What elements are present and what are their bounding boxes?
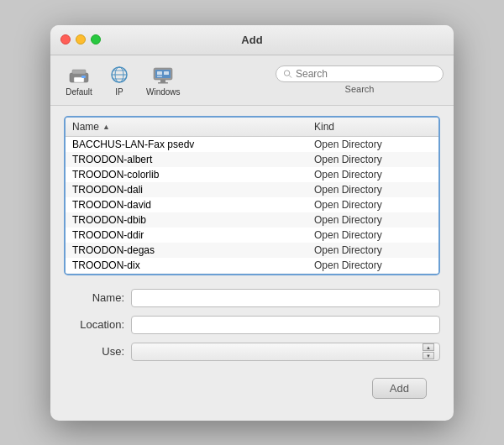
table-row-name: TROODON-degas: [72, 244, 314, 256]
table-body: BACCHUS-LAN-Fax psedv Open Directory TRO…: [66, 137, 438, 275]
table-row-kind: Open Directory: [314, 169, 432, 181]
use-label: Use:: [64, 345, 131, 358]
svg-rect-1: [72, 70, 86, 74]
svg-line-17: [289, 76, 291, 78]
search-area: Search: [276, 65, 444, 94]
svg-rect-12: [158, 82, 168, 84]
stepper-down[interactable]: [423, 352, 434, 359]
table-row[interactable]: TROODON-degas Open Directory: [66, 243, 438, 258]
table-row[interactable]: TROODON-david Open Directory: [66, 197, 438, 212]
form-row-name: Name:: [64, 289, 440, 307]
table-row-name: TROODON-albert: [72, 154, 314, 165]
window-title: Add: [241, 34, 262, 46]
toolbar: Default IP: [50, 55, 454, 106]
use-select[interactable]: [131, 343, 440, 361]
table-row-name: TROODON-dbib: [72, 214, 314, 226]
svg-rect-15: [157, 76, 162, 77]
table-row-kind: Open Directory: [314, 214, 432, 226]
maximize-button[interactable]: [91, 34, 101, 44]
table-row-kind: Open Directory: [314, 244, 432, 256]
toolbar-windows-label: Windows: [146, 87, 181, 97]
form-row-location: Location:: [64, 316, 440, 334]
sort-arrow-icon: ▲: [102, 123, 110, 131]
add-button[interactable]: Add: [372, 378, 427, 399]
form-row-use: Use:: [64, 343, 440, 361]
close-button[interactable]: [60, 34, 71, 44]
table-row-name: TROODON-david: [72, 199, 314, 211]
titlebar: Add: [50, 25, 454, 55]
network-icon: [106, 64, 133, 86]
toolbar-icons: Default IP: [60, 62, 186, 98]
window: Add Default: [50, 25, 454, 421]
svg-rect-11: [160, 80, 165, 82]
table-row-name: TROODON-dali: [72, 184, 314, 196]
footer: Add: [64, 374, 440, 411]
table-container: Name ▲ Kind BACCHUS-LAN-Fax psedv Open D…: [64, 116, 440, 275]
search-input[interactable]: [296, 68, 436, 80]
location-input[interactable]: [131, 316, 440, 334]
table-row-kind: Open Directory: [314, 139, 432, 150]
toolbar-btn-ip[interactable]: IP: [101, 62, 138, 98]
toolbar-btn-windows[interactable]: Windows: [141, 62, 186, 98]
table-row[interactable]: TROODON-ddir Open Directory: [66, 228, 438, 243]
table-row[interactable]: TROODON-dkos Open Directory: [66, 273, 438, 275]
table-row-name: TROODON-dix: [72, 259, 314, 271]
table-row-name: BACCHUS-LAN-Fax psedv: [72, 139, 314, 150]
table-row-kind: Open Directory: [314, 154, 432, 165]
name-input[interactable]: [131, 289, 440, 307]
search-label: Search: [345, 84, 375, 94]
toolbar-default-label: Default: [66, 87, 92, 97]
stepper-up[interactable]: [423, 343, 434, 351]
svg-rect-13: [157, 71, 162, 75]
table-row[interactable]: TROODON-colorlib Open Directory: [66, 167, 438, 182]
minimize-button[interactable]: [76, 34, 86, 44]
column-header-kind[interactable]: Kind: [314, 121, 432, 133]
table-row[interactable]: TROODON-albert Open Directory: [66, 152, 438, 167]
table-row-name: TROODON-ddir: [72, 229, 314, 241]
table-header: Name ▲ Kind: [66, 118, 438, 137]
table-row[interactable]: TROODON-dix Open Directory: [66, 258, 438, 273]
table-row[interactable]: TROODON-dbib Open Directory: [66, 212, 438, 228]
chevron-down-icon: [426, 353, 431, 359]
table-row[interactable]: BACCHUS-LAN-Fax psedv Open Directory: [66, 137, 438, 152]
toolbar-btn-default[interactable]: Default: [60, 62, 97, 98]
table-row-kind: Open Directory: [314, 259, 432, 271]
chevron-up-icon: [426, 344, 431, 350]
location-label: Location:: [64, 318, 131, 331]
form-section: Name: Location: Use:: [64, 289, 440, 361]
search-icon: [283, 69, 292, 79]
table-row-name: TROODON-colorlib: [72, 169, 314, 181]
toolbar-ip-label: IP: [115, 87, 123, 97]
stepper: [423, 343, 434, 359]
table-row[interactable]: TROODON-dali Open Directory: [66, 182, 438, 197]
table-row-kind: Open Directory: [314, 229, 432, 241]
table-row-kind: Open Directory: [314, 199, 432, 211]
svg-rect-3: [81, 76, 86, 78]
content: Name ▲ Kind BACCHUS-LAN-Fax psedv Open D…: [50, 106, 454, 421]
name-label: Name:: [64, 291, 131, 304]
svg-point-16: [284, 71, 289, 76]
printer-icon: [66, 64, 92, 86]
search-input-wrap[interactable]: [276, 65, 444, 82]
column-header-name[interactable]: Name ▲: [72, 121, 314, 133]
traffic-lights: [60, 34, 101, 44]
table-row-kind: Open Directory: [314, 184, 432, 196]
svg-rect-14: [164, 71, 169, 75]
windows-icon: [150, 64, 176, 86]
